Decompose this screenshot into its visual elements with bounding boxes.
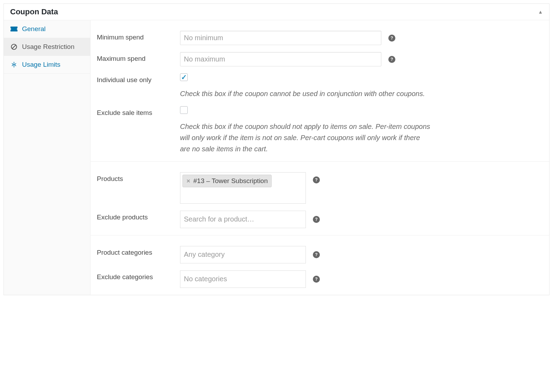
exclude-categories-row: Exclude categories No categories ? <box>91 267 549 291</box>
product-categories-select[interactable]: Any category <box>180 246 306 263</box>
exclude-categories-placeholder: No categories <box>182 273 228 285</box>
svg-line-1 <box>12 45 16 49</box>
products-select[interactable]: ✕ #13 – Tower Subscription <box>180 172 306 204</box>
coupon-data-panel: Coupon Data ▲ General Usage Restriction <box>3 3 550 295</box>
max-spend-row: Maximum spend ? <box>91 49 549 70</box>
individual-use-description: Check this box if the coupon cannot be u… <box>180 88 425 99</box>
exclude-sale-description: Check this box if the coupon should not … <box>180 121 432 154</box>
tab-usage-restriction[interactable]: Usage Restriction <box>4 38 90 56</box>
tab-usage-limits[interactable]: Usage Limits <box>4 56 90 74</box>
help-icon[interactable]: ? <box>313 176 320 183</box>
panel-title: Coupon Data <box>10 7 58 16</box>
panel-body: General Usage Restriction Usage Limits M… <box>4 20 549 295</box>
exclude-sale-checkbox[interactable] <box>180 106 188 114</box>
help-icon[interactable]: ? <box>313 276 320 283</box>
product-categories-placeholder: Any category <box>182 248 226 261</box>
help-icon[interactable]: ? <box>313 216 320 223</box>
collapse-toggle-icon[interactable]: ▲ <box>538 9 543 15</box>
categories-section: Product categories Any category ? Exclud… <box>91 235 549 295</box>
individual-use-label: Individual use only <box>97 73 180 84</box>
max-spend-input[interactable] <box>180 52 381 66</box>
exclude-categories-label: Exclude categories <box>97 270 180 281</box>
individual-use-checkbox[interactable] <box>180 73 188 81</box>
content-area: Minimum spend ? Maximum spend ? Individu… <box>91 20 549 295</box>
exclude-products-select[interactable]: Search for a product… <box>180 211 306 228</box>
tabs-sidebar: General Usage Restriction Usage Limits <box>4 20 91 295</box>
ticket-icon <box>10 27 18 31</box>
spend-section: Minimum spend ? Maximum spend ? Individu… <box>91 20 549 162</box>
exclude-sale-row: Exclude sale items Check this box if the… <box>91 103 549 158</box>
min-spend-row: Minimum spend ? <box>91 27 549 49</box>
max-spend-label: Maximum spend <box>97 52 180 63</box>
exclude-products-placeholder: Search for a product… <box>182 213 256 225</box>
product-categories-row: Product categories Any category ? <box>91 242 549 267</box>
ban-icon <box>10 44 18 50</box>
panel-header: Coupon Data ▲ <box>4 4 549 20</box>
exclude-categories-select[interactable]: No categories <box>180 270 306 288</box>
products-label: Products <box>97 172 180 183</box>
chip-remove-icon[interactable]: ✕ <box>186 178 191 184</box>
tab-usage-restriction-label: Usage Restriction <box>22 43 74 51</box>
exclude-products-row: Exclude products Search for a product… ? <box>91 207 549 232</box>
limits-icon <box>10 61 18 68</box>
tab-usage-limits-label: Usage Limits <box>22 61 60 68</box>
product-chip: ✕ #13 – Tower Subscription <box>182 175 272 187</box>
products-row: Products ✕ #13 – Tower Subscription ? <box>91 169 549 207</box>
help-icon[interactable]: ? <box>388 35 395 42</box>
tab-general-label: General <box>22 25 46 33</box>
tab-general[interactable]: General <box>4 20 90 38</box>
products-section: Products ✕ #13 – Tower Subscription ? Ex… <box>91 162 549 235</box>
min-spend-input[interactable] <box>180 31 381 45</box>
exclude-products-label: Exclude products <box>97 211 180 221</box>
help-icon[interactable]: ? <box>313 251 320 258</box>
individual-use-row: Individual use only Check this box if th… <box>91 70 549 103</box>
help-icon[interactable]: ? <box>388 56 395 63</box>
product-chip-label: #13 – Tower Subscription <box>193 177 268 185</box>
exclude-sale-label: Exclude sale items <box>97 106 180 117</box>
min-spend-label: Minimum spend <box>97 31 180 41</box>
product-categories-label: Product categories <box>97 246 180 256</box>
